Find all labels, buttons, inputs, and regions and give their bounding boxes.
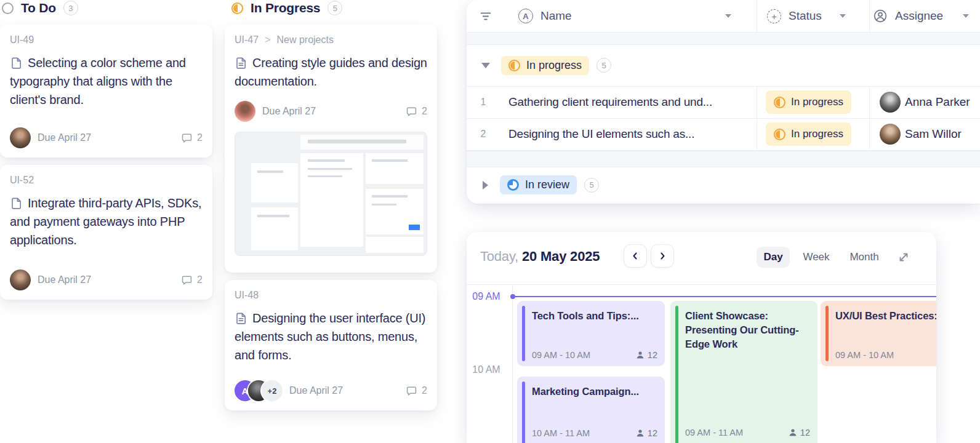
event-time: 09 AM - 10 AM xyxy=(835,350,894,360)
inprogress-status-icon xyxy=(774,97,785,108)
current-time-dot xyxy=(510,294,515,299)
assignee-avatar xyxy=(10,269,31,290)
breadcrumb-separator: > xyxy=(265,34,270,46)
next-day-button[interactable] xyxy=(651,244,674,268)
comments-indicator[interactable]: 2 xyxy=(406,106,427,118)
collapse-group-icon[interactable] xyxy=(481,63,490,68)
expand-calendar-icon[interactable] xyxy=(898,251,910,263)
time-label-current: 09 AM xyxy=(467,291,506,302)
tab-day[interactable]: Day xyxy=(757,247,790,268)
filter-icon[interactable] xyxy=(479,9,492,23)
group-status-chip: In progress xyxy=(501,56,589,75)
column-title: To Do xyxy=(21,1,56,15)
event-color-bar xyxy=(522,306,525,361)
calendar-event-client-showcase[interactable]: Client Showcase: Presenting Our Cutting-… xyxy=(670,301,817,443)
name-column-caret-icon[interactable] xyxy=(725,14,731,18)
table-spacer xyxy=(467,151,980,167)
document-icon xyxy=(10,197,23,210)
column-title: In Progress xyxy=(251,1,320,15)
calendar-header: Today,20 May 2025 Day Week Month xyxy=(467,232,936,285)
event-time: 09 AM - 11 AM xyxy=(685,428,743,437)
status-column-caret-icon[interactable] xyxy=(840,14,846,18)
tab-week[interactable]: Week xyxy=(800,247,833,268)
assignee-avatar xyxy=(880,92,901,113)
comments-indicator[interactable]: 2 xyxy=(181,274,203,286)
row-task-name[interactable]: Gathering client requirements and und... xyxy=(508,86,712,118)
column-count-badge: 5 xyxy=(327,1,342,15)
group-count-badge: 5 xyxy=(596,58,611,73)
column-header-status[interactable]: Status xyxy=(789,0,822,32)
extra-avatars-badge: +2 xyxy=(262,380,283,401)
task-title: Designing the user interface (UI) elemen… xyxy=(235,309,427,364)
tab-month[interactable]: Month xyxy=(844,247,885,268)
chevron-left-icon xyxy=(630,251,640,261)
attachment-preview-image[interactable] xyxy=(235,132,427,256)
expand-group-icon[interactable] xyxy=(483,181,488,190)
assignee-avatar xyxy=(235,101,255,122)
attendee-count: 12 xyxy=(800,428,810,437)
assignee-column-caret-icon[interactable] xyxy=(963,14,969,18)
current-date: 20 May 2025 xyxy=(522,249,600,264)
document-text-icon xyxy=(235,312,247,325)
calendar-event-tech-tools[interactable]: Tech Tools and Tips:... 09 AM - 10 AM 12 xyxy=(517,301,665,366)
calendar-event-uxui[interactable]: UX/UI Best Practices:... 09 AM - 10 AM xyxy=(821,301,936,366)
document-icon xyxy=(10,57,23,70)
comments-indicator[interactable]: 2 xyxy=(406,385,427,397)
row-number: 2 xyxy=(475,118,491,150)
task-breadcrumb: UI-47 > New projects xyxy=(235,34,427,46)
kanban-column-header-todo: To Do 3 xyxy=(2,0,78,16)
row-task-name[interactable]: Designing the UI elements such as... xyxy=(508,118,694,150)
person-icon xyxy=(636,351,645,359)
assignee-column-icon xyxy=(873,9,888,23)
event-time: 10 AM - 11 AM xyxy=(532,428,590,438)
prev-day-button[interactable] xyxy=(624,244,647,268)
calendar-event-marketing[interactable]: Marketing Campaign... 10 AM - 11 AM 12 xyxy=(517,377,665,443)
due-date: Due April 27 xyxy=(38,274,91,285)
person-icon xyxy=(789,428,797,437)
status-chip[interactable]: In progress xyxy=(766,122,851,146)
column-header-name[interactable]: Name xyxy=(540,0,572,32)
current-time-line xyxy=(513,296,936,297)
comment-icon xyxy=(181,274,193,286)
task-card-ui-48[interactable]: UI-48 Designing the user interface (UI) … xyxy=(225,280,437,410)
attendees: 12 xyxy=(636,428,657,438)
today-label: Today, xyxy=(480,249,518,264)
task-id: UI-47 xyxy=(235,34,259,46)
status-column-icon: + xyxy=(767,9,781,23)
time-gutter-divider xyxy=(512,284,513,443)
kanban-column-header-inprogress: In Progress 5 xyxy=(231,0,342,16)
due-date: Due April 27 xyxy=(289,385,343,396)
comment-count: 2 xyxy=(422,106,427,117)
time-label: 10 AM xyxy=(467,364,506,375)
due-date: Due April 27 xyxy=(38,132,91,143)
comment-icon xyxy=(406,385,417,397)
assignee-avatar xyxy=(880,124,901,145)
attendees: 12 xyxy=(789,428,810,437)
task-card-ui-47[interactable]: UI-47 > New projects Creating style guid… xyxy=(225,25,437,273)
comment-count: 2 xyxy=(422,385,427,396)
group-row-in-progress[interactable]: In progress 5 xyxy=(467,44,980,87)
table-row[interactable]: 2 Designing the UI elements such as... I… xyxy=(467,118,980,151)
event-color-bar xyxy=(522,381,525,443)
task-id: UI-52 xyxy=(10,175,203,186)
task-card-ui-52[interactable]: UI-52 Integrate third-party APIs, SDKs, … xyxy=(0,165,212,300)
row-number: 1 xyxy=(475,86,491,118)
task-title: Creating style guides and design documen… xyxy=(235,54,427,90)
group-row-in-review[interactable]: In review 5 xyxy=(467,166,980,204)
task-table-panel: A Name + Status Assignee In progress 5 xyxy=(467,0,980,204)
attendees: 12 xyxy=(636,350,657,360)
column-header-assignee[interactable]: Assignee xyxy=(895,0,943,32)
event-color-bar xyxy=(825,306,829,361)
table-row[interactable]: 1 Gathering client requirements and und.… xyxy=(467,86,980,119)
event-color-bar xyxy=(675,306,678,443)
status-chip[interactable]: In progress xyxy=(766,90,851,114)
person-icon xyxy=(636,429,645,437)
name-column-icon: A xyxy=(518,9,533,23)
inprogress-status-icon xyxy=(231,2,243,14)
inreview-status-icon xyxy=(507,179,519,191)
comment-icon xyxy=(406,106,417,118)
task-card-ui-49[interactable]: UI-49 Selecting a color scheme and typog… xyxy=(0,25,212,158)
task-title: Integrate third-party APIs, SDKs, and pa… xyxy=(10,194,203,249)
comments-indicator[interactable]: 2 xyxy=(181,132,203,144)
event-time: 09 AM - 10 AM xyxy=(532,350,590,360)
